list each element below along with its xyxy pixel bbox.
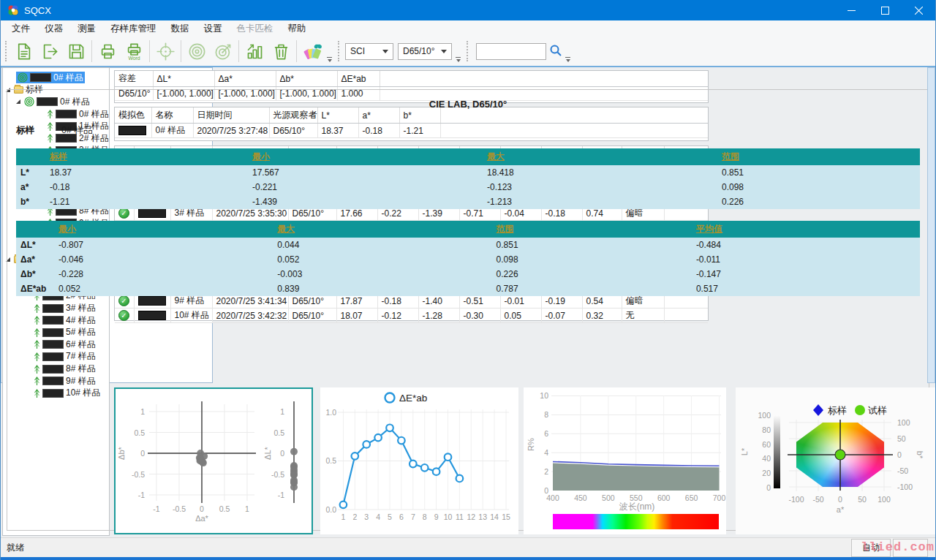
menu-item-7[interactable]: 帮助 bbox=[281, 20, 314, 37]
svg-text:ΔE*ab: ΔE*ab bbox=[399, 393, 427, 404]
stat-header: 标样 bbox=[45, 148, 248, 165]
toolbar-overflow-icon[interactable] bbox=[327, 57, 332, 62]
status-cell-empty bbox=[893, 539, 928, 557]
column-header[interactable] bbox=[380, 71, 708, 87]
stat-header bbox=[16, 221, 54, 238]
toolbar-grip[interactable] bbox=[338, 41, 340, 61]
tree-item[interactable]: 0# 样品 bbox=[3, 72, 109, 84]
menu-item-3[interactable]: 存样库管理 bbox=[103, 20, 164, 37]
svg-text:ΔL*: ΔL* bbox=[263, 446, 272, 459]
close-button[interactable] bbox=[902, 0, 935, 20]
svg-text:6: 6 bbox=[399, 512, 404, 521]
menu-item-4[interactable]: 数据 bbox=[164, 20, 197, 37]
svg-text:2: 2 bbox=[544, 467, 548, 476]
lab-color-wheel bbox=[796, 423, 884, 487]
svg-text:R%: R% bbox=[526, 438, 535, 451]
stat-row: a*-0.18-0.221-0.1230.098 bbox=[16, 180, 920, 194]
svg-text:Δb*: Δb* bbox=[117, 446, 126, 459]
illuminant-dropdown[interactable]: D65/10° bbox=[398, 43, 452, 60]
column-header[interactable]: 容差 bbox=[115, 71, 153, 87]
svg-text:50: 50 bbox=[897, 434, 906, 443]
column-header[interactable]: ΔE*ab bbox=[337, 71, 380, 87]
new-document-icon[interactable] bbox=[10, 38, 37, 64]
svg-text:L*: L* bbox=[740, 447, 749, 455]
cielab-gamut-chart[interactable]: 标样试样100806040200L*-100-50050100a*100500-… bbox=[736, 387, 936, 534]
export-icon[interactable] bbox=[37, 38, 63, 64]
svg-text:3: 3 bbox=[364, 512, 369, 521]
status-bar: 就绪 自动 bbox=[1, 537, 935, 557]
calibrate-rings-icon bbox=[184, 38, 210, 64]
color-difference-panel: 色差 CIE LAB, D65/10° 标样 0# 样品 标样最小最大范围L*1… bbox=[1, 67, 213, 383]
svg-text:600: 600 bbox=[657, 493, 671, 502]
tree-item-label: 0# 样品 bbox=[53, 72, 83, 84]
column-header[interactable]: Δa* bbox=[214, 71, 276, 87]
lab-stats-table: 标样最小最大范围L*18.3717.56718.4180.851a*-0.18-… bbox=[16, 148, 920, 209]
minimize-button[interactable] bbox=[834, 0, 868, 20]
target-icon bbox=[18, 72, 28, 83]
toolbar-grip[interactable] bbox=[5, 41, 7, 61]
toolbar-separator bbox=[91, 40, 92, 62]
collapsed-side-strip[interactable] bbox=[927, 67, 935, 383]
svg-text:4: 4 bbox=[544, 448, 548, 457]
menu-item-6: 色卡匹检 bbox=[230, 20, 281, 37]
column-header[interactable]: Δb* bbox=[276, 71, 337, 87]
status-text: 就绪 bbox=[7, 542, 24, 554]
print-icon[interactable] bbox=[94, 38, 121, 64]
svg-text:1: 1 bbox=[341, 512, 345, 521]
cielab-title: CIE LAB, D65/10° bbox=[16, 99, 920, 110]
svg-text:500: 500 bbox=[602, 493, 615, 502]
svg-text:-1: -1 bbox=[278, 491, 284, 499]
sci-dropdown[interactable]: SCI bbox=[345, 43, 393, 60]
svg-text:1: 1 bbox=[280, 407, 284, 416]
title-bar: SQCX bbox=[1, 0, 935, 20]
stat-header: 最小 bbox=[54, 221, 273, 238]
stat-header: 范围 bbox=[717, 148, 920, 165]
toolbar-overflow-icon[interactable] bbox=[565, 57, 570, 62]
svg-text:10: 10 bbox=[540, 391, 548, 400]
toolbar-grip[interactable] bbox=[467, 41, 469, 61]
delta-e-trend-chart[interactable]: ΔE*ab0.00.51.0123456789101112131415 bbox=[320, 387, 518, 534]
menu-item-2[interactable]: 测量 bbox=[70, 20, 103, 37]
svg-text:-50: -50 bbox=[812, 495, 823, 504]
toolbar-separator bbox=[149, 40, 150, 62]
menu-item-5[interactable]: 设置 bbox=[197, 20, 230, 37]
menu-bar: 文件仪器测量存样库管理数据设置色卡匹检帮助 bbox=[1, 20, 935, 37]
chevron-down-icon bbox=[441, 50, 447, 53]
standard-label: 标样 bbox=[16, 124, 61, 137]
svg-text:80: 80 bbox=[762, 425, 771, 434]
delta-ab-scatter-chart[interactable]: -1-1-0.5-0.5000.50.511Δa*Δb*-1-0.500.51Δ… bbox=[114, 387, 313, 534]
stat-row: L*18.3717.56718.4180.851 bbox=[16, 165, 920, 180]
spectrum-color-bar bbox=[553, 514, 719, 529]
svg-text:0.5: 0.5 bbox=[219, 504, 230, 513]
svg-text:0.0: 0.0 bbox=[325, 505, 336, 514]
svg-text:-100: -100 bbox=[788, 495, 804, 504]
toolbar-overflow-icon[interactable] bbox=[456, 57, 461, 62]
color-swatch bbox=[30, 73, 51, 82]
svg-text:2: 2 bbox=[352, 512, 357, 521]
svg-text:15: 15 bbox=[502, 512, 510, 521]
print-word-icon[interactable]: Word bbox=[121, 38, 147, 64]
search-input[interactable] bbox=[476, 43, 546, 60]
svg-text:400: 400 bbox=[546, 493, 559, 502]
search-icon[interactable] bbox=[549, 44, 562, 59]
stat-row: Δb*-0.228-0.0030.226-0.147 bbox=[16, 267, 920, 281]
menu-item-0[interactable]: 文件 bbox=[4, 20, 37, 37]
svg-text:-100: -100 bbox=[897, 483, 913, 491]
maximize-button[interactable] bbox=[868, 0, 902, 20]
svg-text:-0.5: -0.5 bbox=[271, 470, 284, 479]
reflectance-chart[interactable]: 0246810R%400450500550600650700波长(nm) bbox=[524, 387, 726, 534]
svg-text:5: 5 bbox=[388, 512, 392, 521]
svg-text:9: 9 bbox=[434, 512, 439, 521]
save-icon[interactable] bbox=[63, 38, 89, 64]
delete-icon[interactable] bbox=[268, 38, 294, 64]
menu-item-1[interactable]: 仪器 bbox=[37, 20, 70, 37]
column-header[interactable]: ΔL* bbox=[153, 71, 214, 87]
svg-text:650: 650 bbox=[685, 493, 698, 502]
statistics-chart-icon[interactable] bbox=[241, 38, 268, 64]
auto-mode-button[interactable]: 自动 bbox=[851, 539, 891, 557]
svg-text:Δa*: Δa* bbox=[195, 514, 208, 523]
stat-row: Δa*-0.0460.0520.098-0.011 bbox=[16, 252, 920, 267]
color-match-icon[interactable] bbox=[299, 38, 325, 64]
svg-text:0: 0 bbox=[897, 450, 902, 459]
svg-text:40: 40 bbox=[762, 454, 771, 463]
